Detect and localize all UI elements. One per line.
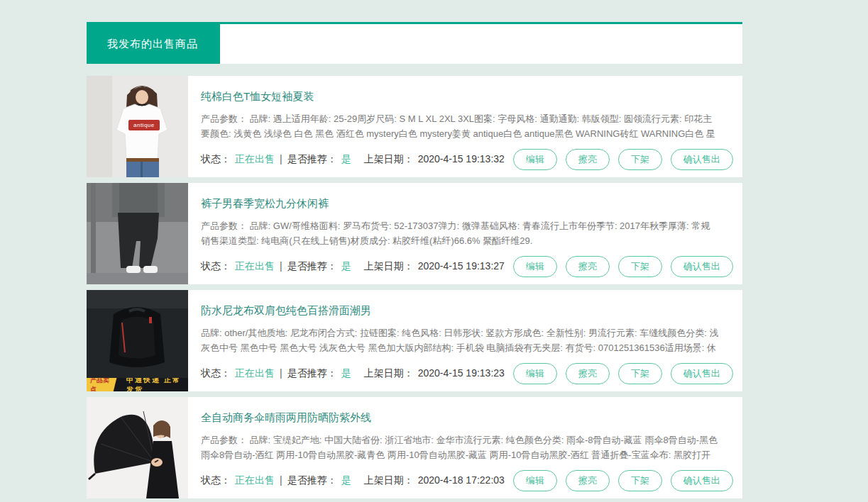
product-content: 纯棉白色T恤女短袖夏装 产品参数： 品牌: 遇上适用年龄: 25-29周岁尺码:… — [188, 76, 742, 177]
banner-text: 中通快递 正常发货 — [126, 378, 188, 391]
page-container: 我发布的出售商品 antique 纯棉白色T恤女短袖夏装 产品参数： 品牌: 遇… — [87, 0, 742, 498]
action-buttons: 编辑 擦亮 下架 确认售出 — [505, 256, 733, 277]
date-value: 2020-4-15 19:13:32 — [418, 153, 505, 164]
recommend-label: 是否推荐： — [287, 260, 337, 272]
polish-button[interactable]: 擦亮 — [566, 470, 610, 491]
polish-button[interactable]: 擦亮 — [566, 256, 610, 277]
product-content: 全自动商务伞晴雨两用防晒防紫外线 产品参数： 品牌: 宝缇妃产地: 中国大陆省份… — [188, 397, 742, 498]
edit-button[interactable]: 编辑 — [513, 256, 557, 277]
banner-badge: 产品卖点 — [87, 378, 118, 391]
product-meta-row: 状态：正在出售|是否推荐：是上架日期：2020-4-15 19:13:32 编辑… — [201, 149, 719, 170]
take-down-button[interactable]: 下架 — [618, 256, 662, 277]
product-content: 防水尼龙布双肩包纯色百搭滑面潮男 品牌: other/其他质地: 尼龙布闭合方式… — [188, 290, 742, 391]
product-row: 产品卖点 中通快递 正常发货 防水尼龙布双肩包纯色百搭滑面潮男 品牌: othe… — [87, 290, 742, 391]
product-title-link[interactable]: 全自动商务伞晴雨两用防晒防紫外线 — [201, 411, 371, 425]
product-status-line: 状态：正在出售|是否推荐：是上架日期：2020-4-15 19:13:32 — [201, 153, 505, 166]
separator: | — [280, 153, 282, 164]
date-label: 上架日期： — [364, 474, 414, 486]
date-label: 上架日期： — [364, 260, 414, 272]
status-value: 正在出售 — [235, 367, 275, 379]
separator: | — [280, 260, 282, 272]
action-buttons: 编辑 擦亮 下架 确认售出 — [505, 470, 733, 491]
recommend-value: 是 — [341, 260, 351, 272]
product-meta-row: 状态：正在出售|是否推荐：是上架日期：2020-4-15 19:13:23 编辑… — [201, 363, 719, 384]
product-photo-backpack[interactable]: 产品卖点 中通快递 正常发货 — [87, 290, 188, 391]
product-title-link[interactable]: 防水尼龙布双肩包纯色百搭滑面潮男 — [201, 304, 371, 318]
recommend-value: 是 — [341, 153, 351, 164]
date-value: 2020-4-15 19:13:23 — [418, 367, 505, 379]
photo-banner: 产品卖点 中通快递 正常发货 — [87, 378, 188, 391]
status-label: 状态： — [201, 153, 231, 164]
status-label: 状态： — [201, 367, 231, 379]
take-down-button[interactable]: 下架 — [618, 363, 662, 384]
separator: | — [280, 367, 282, 379]
edit-button[interactable]: 编辑 — [513, 470, 557, 491]
action-buttons: 编辑 擦亮 下架 确认售出 — [505, 363, 733, 384]
status-label: 状态： — [201, 260, 231, 272]
product-title-link[interactable]: 裤子男春季宽松九分休闲裤 — [201, 197, 329, 211]
product-status-line: 状态：正在出售|是否推荐：是上架日期：2020-4-15 19:13:23 — [201, 367, 505, 380]
product-content: 裤子男春季宽松九分休闲裤 产品参数： 品牌: GW/哥维格面料: 罗马布货号: … — [188, 183, 742, 284]
status-label: 状态： — [201, 474, 231, 486]
status-value: 正在出售 — [235, 153, 275, 164]
tab-my-published-items[interactable]: 我发布的出售商品 — [87, 24, 220, 64]
umbrella-photo-illustration — [87, 397, 188, 498]
product-params: 产品参数： 品牌: 宝缇妃产地: 中国大陆省份: 浙江省地市: 金华市流行元素:… — [201, 433, 719, 462]
product-title-link[interactable]: 纯棉白色T恤女短袖夏装 — [201, 90, 314, 104]
confirm-sold-button[interactable]: 确认售出 — [671, 470, 733, 491]
panel-header: 我发布的出售商品 — [87, 22, 742, 64]
polish-button[interactable]: 擦亮 — [566, 149, 610, 170]
polish-button[interactable]: 擦亮 — [566, 363, 610, 384]
tab-label: 我发布的出售商品 — [107, 38, 198, 51]
take-down-button[interactable]: 下架 — [618, 470, 662, 491]
date-label: 上架日期： — [364, 153, 414, 164]
recommend-value: 是 — [341, 367, 351, 379]
product-meta-row: 状态：正在出售|是否推荐：是上架日期：2020-4-18 17:22:03 编辑… — [201, 470, 719, 491]
date-value: 2020-4-18 17:22:03 — [418, 474, 505, 486]
tshirt-brand-badge: antique — [128, 120, 160, 130]
edit-button[interactable]: 编辑 — [513, 363, 557, 384]
date-label: 上架日期： — [364, 367, 414, 379]
date-value: 2020-4-15 19:13:27 — [418, 260, 505, 272]
product-status-line: 状态：正在出售|是否推荐：是上架日期：2020-4-18 17:22:03 — [201, 474, 505, 487]
product-photo-pants[interactable] — [87, 183, 188, 284]
product-status-line: 状态：正在出售|是否推荐：是上架日期：2020-4-15 19:13:27 — [201, 260, 505, 273]
product-photo-umbrella[interactable] — [87, 397, 188, 498]
product-row: antique 纯棉白色T恤女短袖夏装 产品参数： 品牌: 遇上适用年龄: 25… — [87, 76, 742, 177]
backpack-photo-illustration — [87, 290, 188, 391]
product-meta-row: 状态：正在出售|是否推荐：是上架日期：2020-4-15 19:13:27 编辑… — [201, 256, 719, 277]
action-buttons: 编辑 擦亮 下架 确认售出 — [505, 149, 733, 170]
product-row: 裤子男春季宽松九分休闲裤 产品参数： 品牌: GW/哥维格面料: 罗马布货号: … — [87, 183, 742, 284]
product-row: 全自动商务伞晴雨两用防晒防紫外线 产品参数： 品牌: 宝缇妃产地: 中国大陆省份… — [87, 397, 742, 498]
recommend-value: 是 — [341, 474, 351, 486]
confirm-sold-button[interactable]: 确认售出 — [671, 256, 733, 277]
recommend-label: 是否推荐： — [287, 153, 337, 164]
product-params: 产品参数： 品牌: 遇上适用年龄: 25-29周岁尺码: S M L XL 2X… — [201, 111, 719, 141]
product-photo-tshirt[interactable]: antique — [87, 76, 188, 177]
take-down-button[interactable]: 下架 — [618, 149, 662, 170]
product-params: 产品参数： 品牌: GW/哥维格面料: 罗马布货号: 52-173037弹力: … — [201, 218, 719, 248]
confirm-sold-button[interactable]: 确认售出 — [671, 363, 733, 384]
separator: | — [280, 474, 282, 486]
edit-button[interactable]: 编辑 — [513, 149, 557, 170]
product-params: 品牌: other/其他质地: 尼龙布闭合方式: 拉链图案: 纯色风格: 日韩形… — [201, 325, 719, 355]
recommend-label: 是否推荐： — [287, 367, 337, 379]
recommend-label: 是否推荐： — [287, 474, 337, 486]
status-value: 正在出售 — [235, 474, 275, 486]
status-value: 正在出售 — [235, 260, 275, 272]
confirm-sold-button[interactable]: 确认售出 — [671, 149, 733, 170]
pants-photo-illustration — [87, 183, 188, 284]
